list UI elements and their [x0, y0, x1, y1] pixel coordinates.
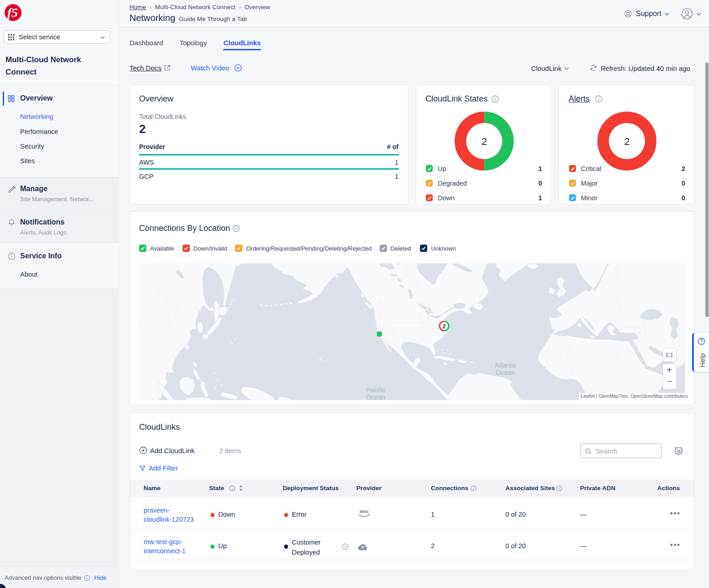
svg-text:aws: aws [360, 509, 369, 514]
svg-text:Atlantic: Atlantic [494, 362, 516, 369]
svg-text:Pacific: Pacific [366, 386, 386, 394]
svg-text:2: 2 [443, 323, 446, 330]
svg-text:Ocean: Ocean [366, 394, 386, 400]
svg-text:f5: f5 [7, 5, 18, 20]
svg-text:Ocean: Ocean [496, 369, 516, 376]
svg-text:2: 2 [624, 136, 629, 147]
svg-text:2: 2 [481, 136, 487, 147]
